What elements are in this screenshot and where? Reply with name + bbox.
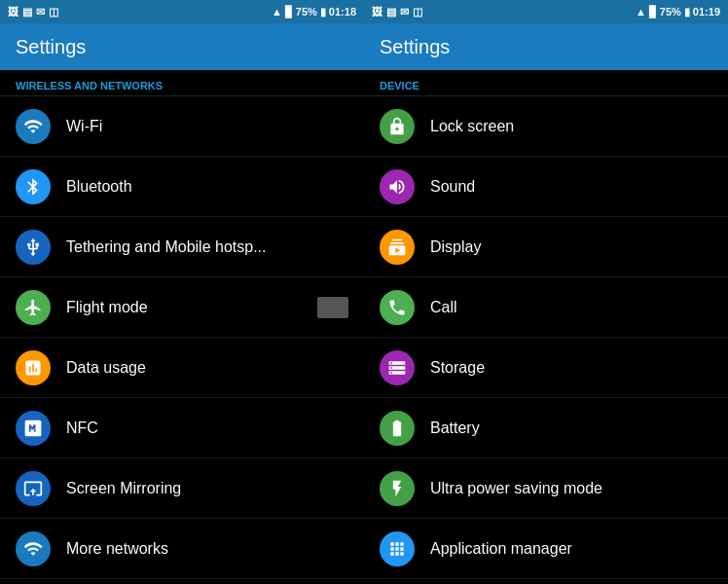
nfc-icon-circle [16,411,51,446]
flight-mode-item[interactable]: Flight mode [0,277,364,338]
tethering-icon-circle [16,230,51,265]
more-networks-item[interactable]: More networks [0,519,364,579]
more-networks-label: More networks [66,540,348,558]
sim-icon: ▤ [22,6,32,18]
bluetooth-icon-circle [16,169,51,204]
right-status-icons: 🖼 ▤ ✉ ◫ [372,6,422,18]
storage-icon-circle [380,350,415,385]
ultra-power-icon-circle [380,471,415,506]
lock-screen-label: Lock screen [430,118,712,135]
tethering-item[interactable]: Tethering and Mobile hotsp... [0,217,364,277]
left-panel: 🖼 ▤ ✉ ◫ ▲ ▊ 75% ▮ 01:18 Settings WIRELES… [0,0,364,584]
left-status-bar: 🖼 ▤ ✉ ◫ ▲ ▊ 75% ▮ 01:18 [0,0,364,23]
screen-mirroring-label: Screen Mirroring [66,480,348,497]
display-label: Display [430,238,712,256]
screen-mirror-icon-circle [16,471,51,506]
right-status-right: ▲ ▊ 75% ▮ 01:19 [636,6,720,18]
r-wifi-status-icon: ▲ [636,6,646,18]
ultra-power-item[interactable]: Ultra power saving mode [364,458,728,519]
flight-icon-circle [16,290,51,325]
call-icon-circle [380,290,415,325]
signal-icon: ▊ [285,6,293,18]
battery-icon: ▮ [320,6,326,18]
call-label: Call [430,299,712,316]
display-icon-circle [380,230,415,265]
flight-mode-label: Flight mode [66,299,317,316]
misc-icon: ◫ [49,6,58,18]
r-notification-icon: 🖼 [372,6,382,18]
tethering-label: Tethering and Mobile hotsp... [66,238,348,256]
flight-mode-toggle[interactable] [317,297,348,318]
r-misc-icon: ◫ [413,6,422,18]
wifi-item[interactable]: Wi-Fi [0,96,364,157]
r-gmail-icon: ✉ [400,6,409,18]
lock-screen-icon-circle [380,109,415,144]
r-sim-icon: ▤ [386,6,396,18]
right-settings-list: Lock screen Sound Display Call [364,96,728,584]
left-settings-list: Wi-Fi Bluetooth Tethering and Mobile hot… [0,96,364,584]
app-manager-item[interactable]: Application manager [364,519,728,579]
wifi-label: Wi-Fi [66,118,348,135]
right-status-bar: 🖼 ▤ ✉ ◫ ▲ ▊ 75% ▮ 01:19 [364,0,728,23]
battery-percent: 75% [296,6,317,18]
device-header: DEVICE [364,70,728,96]
more-networks-icon-circle [16,531,51,566]
app-manager-label: Application manager [430,540,712,558]
data-icon-circle [16,350,51,385]
bluetooth-label: Bluetooth [66,178,348,196]
data-usage-item[interactable]: Data usage [0,338,364,398]
r-signal-icon: ▊ [649,6,657,18]
lock-screen-item[interactable]: Lock screen [364,96,728,157]
right-panel: 🖼 ▤ ✉ ◫ ▲ ▊ 75% ▮ 01:19 Settings DEVICE … [364,0,728,584]
r-clock: 01:19 [693,6,720,18]
wifi-status-icon: ▲ [272,6,282,18]
r-battery-icon: ▮ [684,6,690,18]
display-item[interactable]: Display [364,217,728,277]
right-app-bar: Settings [364,23,728,70]
data-usage-label: Data usage [66,359,348,377]
left-app-bar: Settings [0,23,364,70]
left-status-icons: 🖼 ▤ ✉ ◫ [8,6,58,18]
screen-mirroring-item[interactable]: Screen Mirroring [0,458,364,519]
nfc-item[interactable]: NFC [0,398,364,458]
notification-icon: 🖼 [8,6,18,18]
wifi-icon-circle [16,109,51,144]
r-battery-percent: 75% [660,6,681,18]
ultra-power-label: Ultra power saving mode [430,480,712,497]
bluetooth-item[interactable]: Bluetooth [0,157,364,217]
battery-item[interactable]: Battery [364,398,728,458]
call-item[interactable]: Call [364,277,728,338]
sound-item[interactable]: Sound [364,157,728,217]
left-status-right: ▲ ▊ 75% ▮ 01:18 [272,6,356,18]
sound-label: Sound [430,178,712,196]
right-settings-title: Settings [380,36,450,58]
wireless-networks-header: WIRELESS AND NETWORKS [0,70,364,96]
left-settings-title: Settings [16,36,86,58]
battery-label: Battery [430,420,712,437]
app-manager-icon-circle [380,531,415,566]
storage-item[interactable]: Storage [364,338,728,398]
nfc-label: NFC [66,420,348,437]
storage-label: Storage [430,359,712,377]
clock: 01:18 [329,6,356,18]
battery-icon-circle [380,411,415,446]
gmail-icon: ✉ [36,6,45,18]
sound-icon-circle [380,169,415,204]
